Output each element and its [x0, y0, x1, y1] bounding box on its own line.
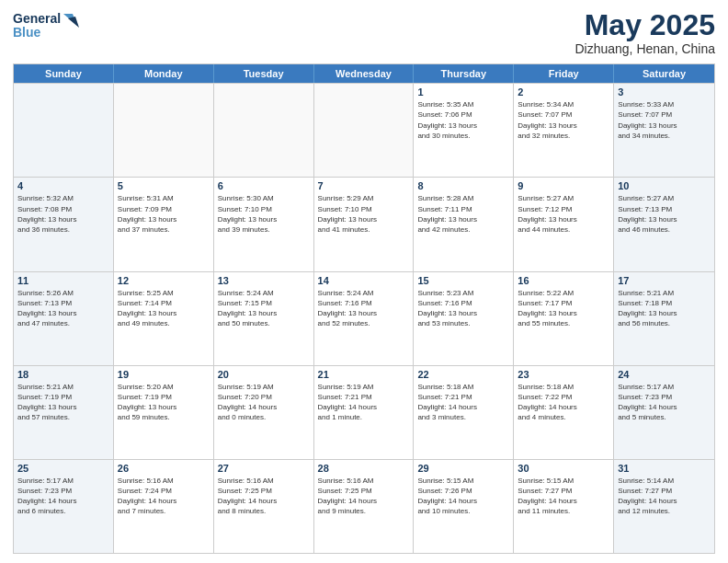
day-number: 21 [318, 369, 410, 380]
weekday-header: Monday [114, 64, 214, 83]
day-number: 30 [518, 463, 609, 474]
cell-info: Sunrise: 5:20 AM Sunset: 7:19 PM Dayligh… [118, 382, 210, 423]
cell-info: Sunrise: 5:24 AM Sunset: 7:16 PM Dayligh… [318, 288, 410, 329]
cell-info: Sunrise: 5:27 AM Sunset: 7:12 PM Dayligh… [518, 193, 609, 235]
calendar-cell: 31Sunrise: 5:14 AM Sunset: 7:27 PM Dayli… [614, 460, 714, 553]
day-number: 19 [118, 369, 210, 380]
weekday-header: Thursday [414, 64, 514, 83]
calendar-cell: 29Sunrise: 5:15 AM Sunset: 7:26 PM Dayli… [414, 460, 514, 553]
calendar-body: 1Sunrise: 5:35 AM Sunset: 7:06 PM Daylig… [14, 83, 714, 553]
cell-info: Sunrise: 5:16 AM Sunset: 7:24 PM Dayligh… [118, 476, 210, 517]
calendar-cell: 23Sunrise: 5:18 AM Sunset: 7:22 PM Dayli… [514, 366, 614, 459]
day-number: 8 [417, 180, 509, 191]
day-number: 5 [118, 180, 210, 191]
day-number: 9 [518, 180, 609, 191]
calendar-cell: 6Sunrise: 5:30 AM Sunset: 7:10 PM Daylig… [214, 178, 314, 270]
calendar-week-row: 25Sunrise: 5:17 AM Sunset: 7:23 PM Dayli… [14, 459, 714, 553]
calendar-cell: 3Sunrise: 5:33 AM Sunset: 7:07 PM Daylig… [614, 84, 714, 177]
day-number: 22 [417, 369, 509, 380]
calendar-cell: 11Sunrise: 5:26 AM Sunset: 7:13 PM Dayli… [14, 272, 114, 365]
calendar-cell: 9Sunrise: 5:27 AM Sunset: 7:12 PM Daylig… [514, 178, 614, 270]
day-number: 7 [318, 180, 410, 191]
day-number: 6 [218, 180, 310, 191]
calendar-cell: 24Sunrise: 5:17 AM Sunset: 7:23 PM Dayli… [614, 366, 714, 459]
day-number: 28 [318, 463, 410, 474]
calendar-cell: 20Sunrise: 5:19 AM Sunset: 7:20 PM Dayli… [214, 366, 314, 459]
cell-info: Sunrise: 5:32 AM Sunset: 7:08 PM Dayligh… [17, 193, 109, 235]
page-header: GeneralBlue May 2025 Dizhuang, Henan, Ch… [13, 9, 715, 56]
svg-marker-3 [68, 17, 79, 28]
day-number: 25 [17, 463, 109, 474]
cell-info: Sunrise: 5:28 AM Sunset: 7:11 PM Dayligh… [417, 193, 509, 235]
calendar-cell [14, 84, 114, 177]
calendar-cell [214, 84, 314, 177]
calendar-cell: 22Sunrise: 5:18 AM Sunset: 7:21 PM Dayli… [414, 366, 514, 459]
cell-info: Sunrise: 5:27 AM Sunset: 7:13 PM Dayligh… [618, 193, 711, 235]
day-number: 20 [218, 369, 310, 380]
month-title: May 2025 [574, 9, 715, 41]
calendar-cell: 28Sunrise: 5:16 AM Sunset: 7:25 PM Dayli… [314, 460, 415, 553]
calendar-cell: 5Sunrise: 5:31 AM Sunset: 7:09 PM Daylig… [114, 178, 214, 270]
calendar-cell: 16Sunrise: 5:22 AM Sunset: 7:17 PM Dayli… [514, 272, 614, 365]
cell-info: Sunrise: 5:16 AM Sunset: 7:25 PM Dayligh… [318, 476, 410, 517]
day-number: 29 [417, 463, 509, 474]
calendar-cell: 30Sunrise: 5:15 AM Sunset: 7:27 PM Dayli… [514, 460, 614, 553]
day-number: 3 [618, 86, 711, 98]
calendar-cell: 8Sunrise: 5:28 AM Sunset: 7:11 PM Daylig… [414, 178, 514, 270]
cell-info: Sunrise: 5:24 AM Sunset: 7:15 PM Dayligh… [218, 288, 310, 329]
calendar-cell: 7Sunrise: 5:29 AM Sunset: 7:10 PM Daylig… [314, 178, 415, 270]
day-number: 16 [518, 275, 609, 286]
weekday-header: Sunday [14, 64, 114, 83]
cell-info: Sunrise: 5:19 AM Sunset: 7:21 PM Dayligh… [318, 382, 410, 423]
cell-info: Sunrise: 5:33 AM Sunset: 7:07 PM Dayligh… [618, 99, 711, 141]
calendar-week-row: 11Sunrise: 5:26 AM Sunset: 7:13 PM Dayli… [14, 271, 714, 365]
day-number: 1 [417, 86, 509, 98]
day-number: 24 [618, 369, 711, 380]
calendar-cell: 10Sunrise: 5:27 AM Sunset: 7:13 PM Dayli… [614, 178, 714, 270]
cell-info: Sunrise: 5:18 AM Sunset: 7:21 PM Dayligh… [417, 382, 509, 423]
calendar-page: GeneralBlue May 2025 Dizhuang, Henan, Ch… [0, 0, 728, 563]
day-number: 26 [118, 463, 210, 474]
cell-info: Sunrise: 5:21 AM Sunset: 7:18 PM Dayligh… [618, 288, 711, 329]
day-number: 27 [218, 463, 310, 474]
cell-info: Sunrise: 5:21 AM Sunset: 7:19 PM Dayligh… [17, 382, 109, 423]
calendar-week-row: 1Sunrise: 5:35 AM Sunset: 7:06 PM Daylig… [14, 83, 714, 177]
cell-info: Sunrise: 5:31 AM Sunset: 7:09 PM Dayligh… [118, 193, 210, 235]
cell-info: Sunrise: 5:26 AM Sunset: 7:13 PM Dayligh… [17, 288, 109, 329]
calendar: SundayMondayTuesdayWednesdayThursdayFrid… [13, 63, 715, 554]
cell-info: Sunrise: 5:17 AM Sunset: 7:23 PM Dayligh… [17, 476, 109, 517]
title-block: May 2025 Dizhuang, Henan, China [574, 9, 715, 56]
calendar-header: SundayMondayTuesdayWednesdayThursdayFrid… [14, 64, 714, 83]
calendar-cell: 12Sunrise: 5:25 AM Sunset: 7:14 PM Dayli… [114, 272, 214, 365]
weekday-header: Friday [514, 64, 614, 83]
day-number: 11 [17, 275, 109, 286]
calendar-cell: 17Sunrise: 5:21 AM Sunset: 7:18 PM Dayli… [614, 272, 714, 365]
cell-info: Sunrise: 5:18 AM Sunset: 7:22 PM Dayligh… [518, 382, 609, 423]
calendar-cell: 27Sunrise: 5:16 AM Sunset: 7:25 PM Dayli… [214, 460, 314, 553]
cell-info: Sunrise: 5:16 AM Sunset: 7:25 PM Dayligh… [218, 476, 310, 517]
logo: GeneralBlue [13, 9, 86, 42]
calendar-cell: 19Sunrise: 5:20 AM Sunset: 7:19 PM Dayli… [114, 366, 214, 459]
cell-info: Sunrise: 5:25 AM Sunset: 7:14 PM Dayligh… [118, 288, 210, 329]
calendar-week-row: 4Sunrise: 5:32 AM Sunset: 7:08 PM Daylig… [14, 177, 714, 270]
day-number: 15 [417, 275, 509, 286]
location-subtitle: Dizhuang, Henan, China [574, 41, 715, 56]
cell-info: Sunrise: 5:34 AM Sunset: 7:07 PM Dayligh… [518, 99, 609, 141]
cell-info: Sunrise: 5:30 AM Sunset: 7:10 PM Dayligh… [218, 193, 310, 235]
calendar-cell: 25Sunrise: 5:17 AM Sunset: 7:23 PM Dayli… [14, 460, 114, 553]
day-number: 31 [618, 463, 711, 474]
calendar-cell: 15Sunrise: 5:23 AM Sunset: 7:16 PM Dayli… [414, 272, 514, 365]
calendar-week-row: 18Sunrise: 5:21 AM Sunset: 7:19 PM Dayli… [14, 365, 714, 459]
day-number: 18 [17, 369, 109, 380]
cell-info: Sunrise: 5:15 AM Sunset: 7:27 PM Dayligh… [518, 476, 609, 517]
day-number: 14 [318, 275, 410, 286]
weekday-header: Tuesday [214, 64, 314, 83]
calendar-cell: 2Sunrise: 5:34 AM Sunset: 7:07 PM Daylig… [514, 84, 614, 177]
calendar-cell: 14Sunrise: 5:24 AM Sunset: 7:16 PM Dayli… [314, 272, 415, 365]
cell-info: Sunrise: 5:22 AM Sunset: 7:17 PM Dayligh… [518, 288, 609, 329]
svg-text:General: General [13, 11, 61, 26]
calendar-cell: 21Sunrise: 5:19 AM Sunset: 7:21 PM Dayli… [314, 366, 415, 459]
day-number: 2 [518, 86, 609, 98]
svg-text:Blue: Blue [13, 25, 41, 40]
calendar-cell: 13Sunrise: 5:24 AM Sunset: 7:15 PM Dayli… [214, 272, 314, 365]
